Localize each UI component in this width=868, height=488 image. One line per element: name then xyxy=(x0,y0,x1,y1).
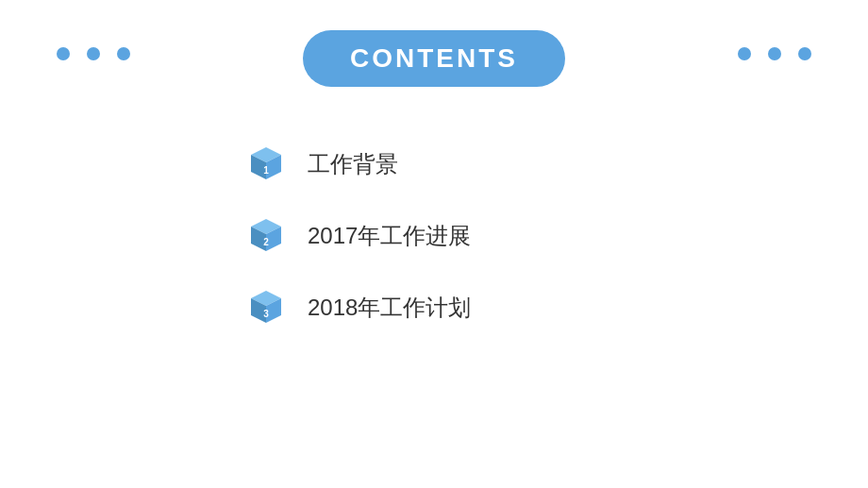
dot-right-3 xyxy=(798,47,811,60)
dot-right-1 xyxy=(738,47,751,60)
dots-left xyxy=(57,47,130,60)
contents-title: CONTENTS xyxy=(303,30,565,87)
svg-text:2: 2 xyxy=(263,237,269,247)
dot-left-2 xyxy=(87,47,100,60)
svg-text:1: 1 xyxy=(263,165,269,176)
list-item: 3 2018年工作计划 xyxy=(245,287,868,328)
list-item: 1 工作背景 xyxy=(245,143,868,185)
item-label-1: 工作背景 xyxy=(308,149,398,179)
dot-right-2 xyxy=(768,47,781,60)
item-label-2: 2017年工作进展 xyxy=(308,221,471,251)
item-label-3: 2018年工作计划 xyxy=(308,293,471,323)
dots-right xyxy=(738,47,811,60)
list-item: 2 2017年工作进展 xyxy=(245,215,868,257)
svg-text:3: 3 xyxy=(263,309,269,319)
dot-left-1 xyxy=(57,47,70,60)
cube-icon-3: 3 xyxy=(245,287,287,328)
header: CONTENTS xyxy=(0,0,868,87)
cube-icon-1: 1 xyxy=(245,143,287,185)
dot-left-3 xyxy=(117,47,130,60)
cube-icon-2: 2 xyxy=(245,215,287,257)
content-list: 1 工作背景 2 2017年工作进展 xyxy=(0,143,868,328)
